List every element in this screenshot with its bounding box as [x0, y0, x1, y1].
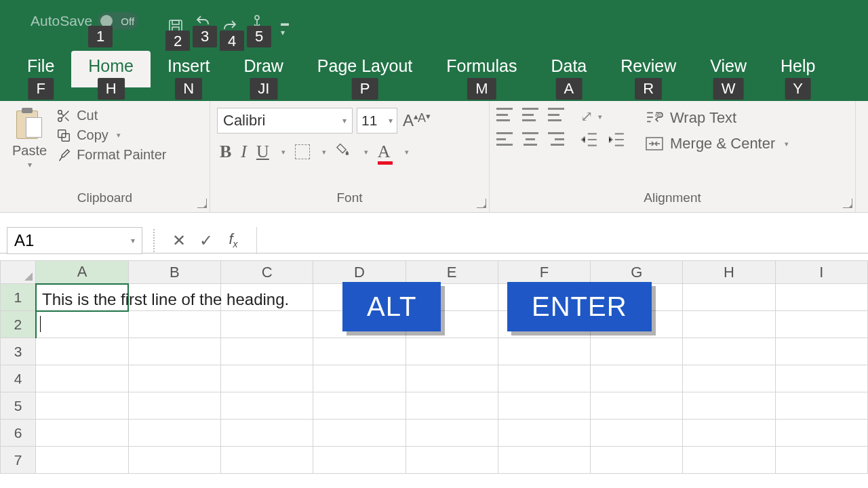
borders-button[interactable]	[295, 144, 310, 159]
row-header-3[interactable]: 3	[1, 338, 36, 365]
align-center-button[interactable]	[522, 132, 538, 146]
column-header-a[interactable]: A	[36, 261, 128, 284]
qat-undo[interactable]: ▾ 3	[193, 12, 213, 40]
cell[interactable]	[498, 338, 590, 365]
cell[interactable]	[498, 420, 590, 447]
cell[interactable]	[775, 420, 867, 447]
format-painter-button[interactable]: Format Painter	[56, 147, 166, 163]
cell[interactable]	[775, 311, 867, 338]
cell-h1[interactable]	[683, 284, 775, 311]
name-box[interactable]: A1 ▾	[7, 227, 142, 254]
cell-a1-text[interactable]: This is the first line of the heading.	[38, 287, 293, 312]
decrease-font-button[interactable]: A▾	[416, 111, 427, 130]
cell[interactable]	[220, 365, 313, 392]
column-header-i[interactable]: I	[775, 261, 867, 284]
orientation-button[interactable]: ⤢▾	[580, 108, 602, 125]
row-header-6[interactable]: 6	[1, 420, 36, 447]
cell[interactable]	[683, 365, 775, 392]
align-top-button[interactable]	[496, 108, 513, 121]
chevron-down-icon[interactable]: ▾	[405, 148, 409, 157]
cell[interactable]	[775, 392, 867, 420]
font-name-select[interactable]: Calibri ▾	[217, 108, 353, 134]
chevron-down-icon[interactable]: ▾	[364, 148, 368, 157]
row-header-2[interactable]: 2	[1, 311, 36, 338]
dialog-launcher-icon[interactable]	[843, 199, 852, 208]
align-bottom-button[interactable]	[548, 108, 564, 121]
customize-qat-icon[interactable]: ▬▾	[281, 18, 289, 37]
align-left-button[interactable]	[496, 132, 513, 146]
increase-indent-button[interactable]	[608, 132, 625, 147]
column-header-f[interactable]: F	[498, 261, 590, 284]
qat-redo[interactable]: 4	[220, 17, 240, 36]
cell[interactable]	[498, 365, 590, 392]
cell[interactable]	[498, 447, 590, 474]
cell[interactable]	[220, 420, 313, 447]
cell[interactable]	[128, 365, 220, 392]
cell[interactable]	[313, 365, 406, 392]
row-header-7[interactable]: 7	[1, 447, 36, 474]
cell[interactable]	[406, 447, 498, 474]
cell[interactable]	[36, 311, 128, 338]
font-color-button[interactable]: A	[378, 142, 393, 162]
paste-button[interactable]: Paste ▾	[7, 105, 52, 188]
cell[interactable]	[591, 338, 683, 365]
cell[interactable]	[313, 338, 406, 365]
chevron-down-icon[interactable]: ▾	[785, 140, 789, 148]
cell[interactable]	[406, 338, 498, 365]
cell[interactable]	[36, 338, 128, 365]
cell[interactable]	[683, 311, 775, 338]
row-header-1[interactable]: 1	[1, 284, 36, 311]
align-right-button[interactable]	[548, 132, 564, 146]
cell[interactable]	[775, 365, 867, 392]
qat-save[interactable]: 2	[165, 17, 186, 36]
increase-font-button[interactable]: A▴	[401, 111, 415, 130]
chevron-down-icon[interactable]: ▾	[131, 236, 135, 245]
cell[interactable]	[591, 420, 683, 447]
cell[interactable]	[683, 420, 775, 447]
chevron-down-icon[interactable]: ▾	[281, 148, 285, 157]
cell[interactable]	[591, 365, 683, 392]
cell[interactable]	[128, 311, 220, 338]
cell[interactable]	[498, 392, 590, 420]
cell[interactable]	[775, 338, 867, 365]
cell[interactable]	[220, 338, 313, 365]
cell[interactable]	[36, 447, 128, 474]
chevron-down-icon[interactable]: ▾	[322, 148, 326, 157]
cell[interactable]	[36, 420, 128, 447]
cell-i1[interactable]	[775, 284, 867, 311]
decrease-indent-button[interactable]	[580, 132, 598, 147]
cell[interactable]	[406, 420, 498, 447]
italic-button[interactable]: I	[241, 142, 247, 162]
cell[interactable]	[591, 447, 683, 474]
wrap-text-button[interactable]: ab Wrap Text	[646, 109, 789, 127]
cancel-button[interactable]: ✕	[165, 231, 193, 250]
row-header-4[interactable]: 4	[1, 365, 36, 392]
cell[interactable]	[406, 365, 498, 392]
cell[interactable]	[128, 392, 220, 420]
cell[interactable]	[220, 447, 313, 474]
cell[interactable]	[220, 392, 313, 420]
cell[interactable]	[683, 447, 775, 474]
column-header-d[interactable]: D	[313, 261, 406, 284]
cell[interactable]	[36, 392, 128, 420]
column-header-b[interactable]: B	[128, 261, 220, 284]
merge-center-button[interactable]: Merge & Center ▾	[646, 135, 789, 152]
fill-color-button[interactable]	[336, 142, 352, 161]
column-header-c[interactable]: C	[220, 261, 313, 284]
cell[interactable]	[220, 311, 313, 338]
column-header-e[interactable]: E	[406, 261, 498, 284]
cell[interactable]	[313, 392, 406, 420]
qat-touch-mode[interactable]: ▾ 5	[247, 12, 267, 40]
cell[interactable]	[313, 420, 406, 447]
column-header-g[interactable]: G	[591, 261, 683, 284]
cell[interactable]	[591, 392, 683, 420]
cell[interactable]	[313, 447, 406, 474]
cell[interactable]	[128, 338, 220, 365]
cell[interactable]	[36, 365, 128, 392]
insert-function-button[interactable]: fx	[220, 230, 247, 249]
cell[interactable]	[683, 338, 775, 365]
chevron-down-icon[interactable]: ▾	[117, 131, 121, 140]
enter-button[interactable]: ✓	[193, 231, 220, 250]
cut-button[interactable]: Cut	[56, 108, 166, 123]
font-size-select[interactable]: 11 ▾	[357, 108, 397, 134]
